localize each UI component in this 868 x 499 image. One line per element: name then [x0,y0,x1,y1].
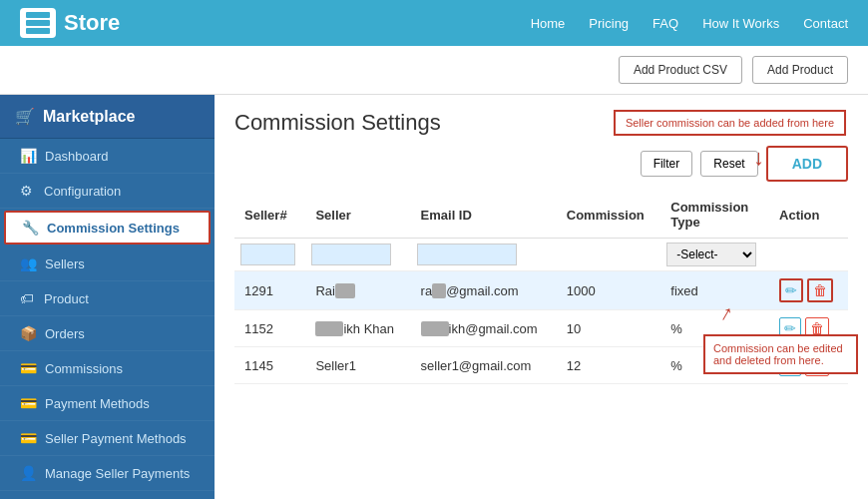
col-commission: Commission [557,192,661,239]
cell-commission-2: 10 [557,310,661,347]
sidebar-item-commissions[interactable]: 💳 Commissions [0,351,215,386]
dashboard-icon: 📊 [20,148,37,164]
sidebar-title: Marketplace [43,108,136,126]
sidebar-item-configuration[interactable]: ⚙ Configuration [0,174,215,209]
sidebar: 🛒 Marketplace 📊 Dashboard ⚙ Configuratio… [0,95,215,499]
svg-rect-1 [26,20,50,26]
top-annotation: Seller commission can be added from here [614,110,846,136]
sidebar-item-commission-settings[interactable]: 🔧 Commission Settings [4,211,211,245]
sellers-icon: 👥 [20,255,37,271]
col-commission-type: CommissionType [660,192,769,239]
seller-payment-icon: 💳 [20,430,37,446]
nav-faq[interactable]: FAQ [652,16,678,31]
add-commission-button[interactable]: ADD [766,146,848,182]
sidebar-label-sellers: Sellers [45,256,85,271]
sidebar-label-payment: Payment Methods [45,396,150,411]
nav-how-it-works[interactable]: How It Works [702,16,779,31]
cell-seller-num-3: 1145 [234,347,305,384]
sidebar-item-orders[interactable]: 📦 Orders [0,316,215,351]
cell-email-1: ra @gmail.com [411,271,557,310]
payment-icon: 💳 [20,395,37,411]
nav-links: Home Pricing FAQ How It Works Contact [531,16,848,31]
sidebar-header: 🛒 Marketplace [0,95,215,139]
main-layout: 🛒 Marketplace 📊 Dashboard ⚙ Configuratio… [0,95,868,499]
filter-button[interactable]: Filter [641,151,693,177]
cell-seller-num-2: 1152 [234,310,305,347]
main-content: Seller commission can be added from here… [215,95,868,499]
col-seller: Seller [305,192,410,239]
add-product-csv-button[interactable]: Add Product CSV [619,56,742,84]
sidebar-label-seller-payment: Seller Payment Methods [45,431,187,446]
sidebar-item-product[interactable]: 🏷 Product [0,281,215,316]
col-seller-num: Seller# [234,192,305,239]
reset-button[interactable]: Reset [700,151,757,177]
action-cell-1: ✏ 🗑 [779,278,838,302]
cell-seller-num-1: 1291 [234,271,305,310]
sidebar-item-payment-methods[interactable]: 💳 Payment Methods [0,386,215,421]
filter-email[interactable] [417,244,517,265]
col-email: Email ID [411,192,557,239]
cell-seller-3: Seller1 [305,347,410,384]
add-product-button[interactable]: Add Product [752,56,848,84]
cell-seller-2: ikh Khan [305,310,410,347]
main-inner: Seller commission can be added from here… [234,110,848,384]
site-logo: Store [20,8,120,38]
nav-contact[interactable]: Contact [803,16,848,31]
delete-button-1[interactable]: 🗑 [807,278,833,302]
nav-pricing[interactable]: Pricing [589,16,629,31]
cart-icon: 🛒 [15,107,35,126]
orders-icon: 📦 [20,325,37,341]
edit-button-1[interactable]: ✏ [779,278,803,302]
config-icon: ⚙ [20,183,36,199]
sidebar-label-manage: Manage Seller Payments [45,466,190,481]
sidebar-label-commissions: Commissions [45,361,123,376]
sidebar-label-commission: Commission Settings [47,221,180,236]
cell-type-1: fixed [660,271,769,310]
table-row: 1291 Rai ra @gmail.com 1000 fixed ✏ 🗑 [234,271,848,310]
nav-home[interactable]: Home [531,16,566,31]
cell-email-2: ikh@gmail.com [411,310,557,347]
sidebar-item-sellers[interactable]: 👥 Sellers [0,247,215,281]
cell-email-3: seller1@gmail.com [411,347,557,384]
product-icon: 🏷 [20,290,36,306]
commissions-icon: 💳 [20,360,37,376]
svg-rect-2 [26,28,50,34]
sidebar-label-product: Product [44,291,89,306]
cell-seller-1: Rai [305,271,410,310]
filter-seller-name[interactable] [311,244,391,265]
filter-type-select[interactable]: -Select- [666,243,756,266]
logo-text: Store [64,10,120,36]
sidebar-item-manage-payments[interactable]: 👤 Manage Seller Payments [0,456,215,491]
top-nav: Store Home Pricing FAQ How It Works Cont… [0,0,868,46]
sidebar-item-dashboard[interactable]: 📊 Dashboard [0,139,215,174]
sidebar-label-configuration: Configuration [44,184,121,199]
cell-commission-3: 12 [557,347,661,384]
top-annotation-arrow: ↓ [753,145,764,171]
commission-icon: 🔧 [22,220,39,236]
svg-rect-0 [26,12,50,18]
filter-seller-num[interactable] [240,244,295,265]
col-action: Action [769,192,848,239]
sidebar-item-mail-config[interactable]: ✉ Mail Configuration [0,491,215,499]
top-annotation-text: Seller commission can be added from here [626,117,834,129]
logo-icon [20,8,56,38]
cell-commission-1: 1000 [557,271,661,310]
sidebar-item-seller-payment-methods[interactable]: 💳 Seller Payment Methods [0,421,215,456]
bottom-annotation-text: Commission can be editedand deleted from… [713,342,843,366]
manage-icon: 👤 [20,465,37,481]
sidebar-label-orders: Orders [45,326,85,341]
bottom-annotation: Commission can be editedand deleted from… [703,334,858,374]
sidebar-label-dashboard: Dashboard [45,149,109,164]
sub-header: Add Product CSV Add Product [0,46,868,95]
cell-action-1: ✏ 🗑 [769,271,848,310]
filter-inputs-row: -Select- [234,239,848,271]
